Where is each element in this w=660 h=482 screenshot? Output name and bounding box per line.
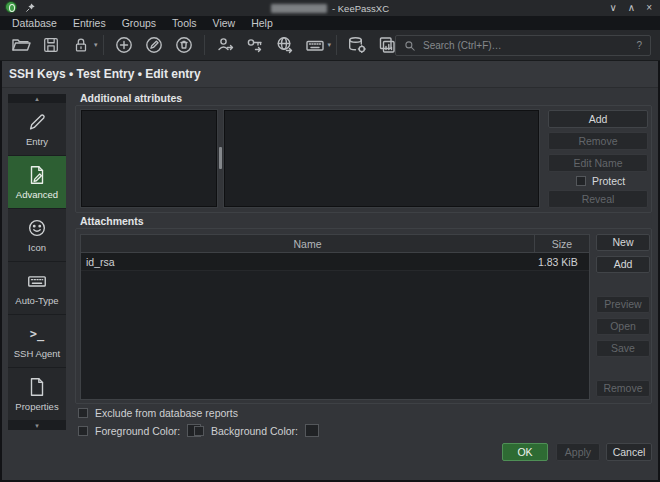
new-entry-icon[interactable] — [111, 33, 137, 57]
attachment-new-button[interactable]: New — [596, 234, 650, 251]
attribute-remove-button[interactable]: Remove — [548, 132, 648, 150]
pin-icon — [25, 2, 36, 13]
attribute-edit-name-button[interactable]: Edit Name — [548, 154, 648, 172]
attribute-reveal-button[interactable]: Reveal — [548, 190, 648, 208]
attachment-size: 1.83 KiB — [534, 253, 589, 270]
attachments-table[interactable]: Name Size id_rsa 1.83 KiB — [80, 234, 590, 400]
search-input[interactable]: Search (Ctrl+F)… — [423, 40, 629, 51]
attachment-preview-button[interactable]: Preview — [596, 296, 650, 313]
sidebar-scroll-down[interactable]: ▾ — [8, 421, 66, 430]
copy-username-icon[interactable] — [212, 33, 238, 57]
keepassxc-window: - KeePassXC ∨ ∧ × Database Entries Group… — [0, 0, 660, 482]
toolbar-separator — [336, 35, 337, 55]
redacted-database-name — [271, 4, 327, 13]
sidebar-item-advanced[interactable]: Advanced — [8, 156, 66, 208]
foreground-color-option[interactable]: Foreground Color: — [78, 424, 201, 437]
attribute-add-button[interactable]: Add — [548, 110, 648, 128]
search-icon — [404, 40, 416, 52]
close-button[interactable]: × — [646, 0, 652, 16]
database-settings-icon[interactable] — [344, 33, 370, 57]
menu-view[interactable]: View — [205, 16, 244, 30]
attribute-splitter-handle[interactable] — [219, 147, 222, 169]
column-header-name[interactable]: Name — [81, 235, 534, 252]
menu-entries[interactable]: Entries — [65, 16, 114, 30]
sidebar-item-label: Advanced — [16, 189, 58, 200]
attachment-save-button[interactable]: Save — [596, 340, 650, 357]
search-help-icon[interactable]: ? — [636, 40, 642, 51]
protect-option[interactable]: Protect — [576, 175, 625, 187]
sidebar-item-label: Icon — [28, 242, 46, 253]
edit-entry-category-list: ▴ Entry Advanced Icon Auto-Type >_ SSH A… — [8, 94, 66, 430]
ok-button[interactable]: OK — [502, 443, 548, 461]
background-color-option[interactable]: Background Color: — [194, 424, 319, 437]
autotype-dropdown-caret-icon[interactable]: ▾ — [328, 41, 332, 49]
menu-groups[interactable]: Groups — [114, 16, 164, 30]
scroll-down-icon: ▾ — [35, 422, 39, 430]
sidebar-item-label: Auto-Type — [15, 295, 58, 306]
background-color-checkbox[interactable] — [194, 426, 204, 436]
toolbar-separator — [204, 35, 205, 55]
attachment-row-id-rsa[interactable]: id_rsa 1.83 KiB — [81, 253, 589, 271]
sidebar-item-properties[interactable]: Properties — [8, 368, 66, 420]
smiley-icon — [26, 217, 48, 239]
apply-button[interactable]: Apply — [556, 443, 600, 461]
sidebar-item-entry[interactable]: Entry — [8, 103, 66, 155]
lock-dropdown-caret-icon[interactable]: ▾ — [94, 41, 98, 49]
additional-attributes-title: Additional attributes — [80, 92, 182, 104]
exclude-reports-option[interactable]: Exclude from database reports — [78, 407, 238, 419]
menu-tools[interactable]: Tools — [164, 16, 205, 30]
cancel-button[interactable]: Cancel — [606, 443, 652, 461]
protect-label: Protect — [592, 175, 625, 187]
breadcrumb-bar: SSH Keys • Test Entry • Edit entry — [2, 61, 658, 88]
search-box[interactable]: Search (Ctrl+F)… ? — [395, 35, 651, 56]
sidebar-item-ssh-agent[interactable]: >_ SSH Agent — [8, 315, 66, 367]
perform-autotype-icon[interactable] — [302, 33, 328, 57]
terminal-prompt-icon: >_ — [30, 323, 44, 345]
save-database-icon[interactable] — [38, 33, 64, 57]
attachments-title: Attachments — [80, 215, 144, 227]
attachment-add-button[interactable]: Add — [596, 256, 650, 273]
delete-entry-icon[interactable] — [171, 33, 197, 57]
scroll-up-icon: ▴ — [35, 95, 39, 103]
keyboard-icon — [26, 270, 48, 292]
lock-database-icon[interactable] — [68, 33, 94, 57]
sidebar-item-label: Entry — [26, 136, 48, 147]
attribute-list[interactable] — [81, 110, 217, 207]
menu-bar: Database Entries Groups Tools View Help — [0, 16, 660, 30]
sidebar-item-label: SSH Agent — [14, 348, 60, 359]
document-edit-icon — [26, 164, 48, 186]
open-database-icon[interactable] — [8, 33, 34, 57]
exclude-reports-label: Exclude from database reports — [95, 407, 238, 419]
attachment-name: id_rsa — [81, 253, 534, 270]
exclude-reports-checkbox[interactable] — [78, 408, 88, 418]
foreground-color-checkbox[interactable] — [78, 426, 88, 436]
pencil-icon — [26, 111, 48, 133]
column-header-size[interactable]: Size — [534, 235, 589, 252]
sidebar-scroll-up[interactable]: ▴ — [8, 94, 66, 103]
copy-password-icon[interactable] — [242, 33, 268, 57]
edit-entry-icon[interactable] — [141, 33, 167, 57]
foreground-color-label: Foreground Color: — [95, 425, 180, 437]
attachment-remove-button[interactable]: Remove — [596, 380, 650, 397]
background-color-swatch[interactable] — [305, 424, 319, 437]
toolbar-separator — [103, 35, 104, 55]
background-color-label: Background Color: — [211, 425, 298, 437]
keepassxc-logo-icon — [5, 1, 17, 13]
menu-help[interactable]: Help — [243, 16, 281, 30]
attachments-table-header[interactable]: Name Size — [81, 235, 589, 253]
title-bar: - KeePassXC ∨ ∧ × — [0, 0, 660, 16]
menu-database[interactable]: Database — [4, 16, 65, 30]
window-title: - KeePassXC — [271, 3, 389, 14]
sidebar-item-auto-type[interactable]: Auto-Type — [8, 262, 66, 314]
attachment-open-button[interactable]: Open — [596, 318, 650, 335]
minimize-button[interactable]: ∨ — [610, 0, 617, 16]
sidebar-item-label: Properties — [15, 401, 58, 412]
attribute-value-editor[interactable] — [224, 110, 539, 207]
document-icon — [26, 376, 48, 398]
copy-url-icon[interactable] — [272, 33, 298, 57]
sidebar-item-icon[interactable]: Icon — [8, 209, 66, 261]
protect-checkbox[interactable] — [576, 176, 586, 186]
maximize-button[interactable]: ∧ — [628, 0, 635, 16]
breadcrumb: SSH Keys • Test Entry • Edit entry — [9, 67, 201, 81]
